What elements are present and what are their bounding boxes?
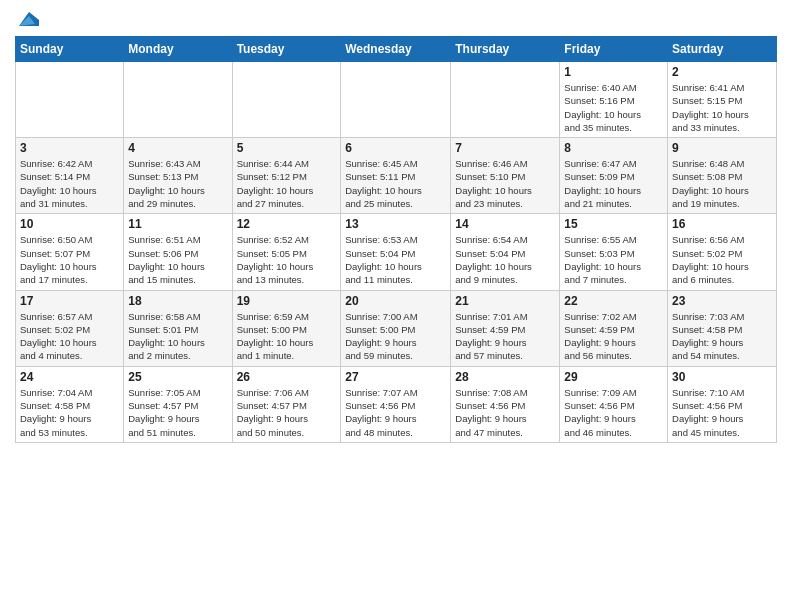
calendar-cell: 17Sunrise: 6:57 AM Sunset: 5:02 PM Dayli… (16, 290, 124, 366)
day-number: 25 (128, 370, 227, 384)
calendar-cell: 22Sunrise: 7:02 AM Sunset: 4:59 PM Dayli… (560, 290, 668, 366)
day-number: 6 (345, 141, 446, 155)
day-info: Sunrise: 6:50 AM Sunset: 5:07 PM Dayligh… (20, 233, 119, 286)
day-info: Sunrise: 6:41 AM Sunset: 5:15 PM Dayligh… (672, 81, 772, 134)
calendar-cell: 9Sunrise: 6:48 AM Sunset: 5:08 PM Daylig… (668, 138, 777, 214)
calendar-cell: 7Sunrise: 6:46 AM Sunset: 5:10 PM Daylig… (451, 138, 560, 214)
calendar-cell: 26Sunrise: 7:06 AM Sunset: 4:57 PM Dayli… (232, 366, 341, 442)
calendar-cell: 5Sunrise: 6:44 AM Sunset: 5:12 PM Daylig… (232, 138, 341, 214)
day-number: 26 (237, 370, 337, 384)
day-number: 9 (672, 141, 772, 155)
calendar-cell: 19Sunrise: 6:59 AM Sunset: 5:00 PM Dayli… (232, 290, 341, 366)
day-number: 14 (455, 217, 555, 231)
calendar-cell: 18Sunrise: 6:58 AM Sunset: 5:01 PM Dayli… (124, 290, 232, 366)
calendar-cell: 15Sunrise: 6:55 AM Sunset: 5:03 PM Dayli… (560, 214, 668, 290)
calendar-header-row: SundayMondayTuesdayWednesdayThursdayFrid… (16, 37, 777, 62)
day-number: 3 (20, 141, 119, 155)
day-number: 12 (237, 217, 337, 231)
day-number: 23 (672, 294, 772, 308)
day-number: 20 (345, 294, 446, 308)
day-info: Sunrise: 6:51 AM Sunset: 5:06 PM Dayligh… (128, 233, 227, 286)
day-number: 11 (128, 217, 227, 231)
day-info: Sunrise: 6:46 AM Sunset: 5:10 PM Dayligh… (455, 157, 555, 210)
day-info: Sunrise: 7:00 AM Sunset: 5:00 PM Dayligh… (345, 310, 446, 363)
calendar-cell: 14Sunrise: 6:54 AM Sunset: 5:04 PM Dayli… (451, 214, 560, 290)
day-number: 30 (672, 370, 772, 384)
day-info: Sunrise: 6:45 AM Sunset: 5:11 PM Dayligh… (345, 157, 446, 210)
day-info: Sunrise: 7:03 AM Sunset: 4:58 PM Dayligh… (672, 310, 772, 363)
day-info: Sunrise: 6:53 AM Sunset: 5:04 PM Dayligh… (345, 233, 446, 286)
day-info: Sunrise: 6:47 AM Sunset: 5:09 PM Dayligh… (564, 157, 663, 210)
day-info: Sunrise: 7:01 AM Sunset: 4:59 PM Dayligh… (455, 310, 555, 363)
day-number: 8 (564, 141, 663, 155)
day-info: Sunrise: 7:02 AM Sunset: 4:59 PM Dayligh… (564, 310, 663, 363)
day-info: Sunrise: 6:43 AM Sunset: 5:13 PM Dayligh… (128, 157, 227, 210)
day-number: 27 (345, 370, 446, 384)
day-number: 29 (564, 370, 663, 384)
day-info: Sunrise: 6:58 AM Sunset: 5:01 PM Dayligh… (128, 310, 227, 363)
calendar-cell: 25Sunrise: 7:05 AM Sunset: 4:57 PM Dayli… (124, 366, 232, 442)
day-info: Sunrise: 6:40 AM Sunset: 5:16 PM Dayligh… (564, 81, 663, 134)
day-number: 22 (564, 294, 663, 308)
calendar-cell: 30Sunrise: 7:10 AM Sunset: 4:56 PM Dayli… (668, 366, 777, 442)
day-info: Sunrise: 6:52 AM Sunset: 5:05 PM Dayligh… (237, 233, 337, 286)
day-number: 10 (20, 217, 119, 231)
calendar-cell: 23Sunrise: 7:03 AM Sunset: 4:58 PM Dayli… (668, 290, 777, 366)
calendar-cell: 2Sunrise: 6:41 AM Sunset: 5:15 PM Daylig… (668, 62, 777, 138)
calendar-cell: 27Sunrise: 7:07 AM Sunset: 4:56 PM Dayli… (341, 366, 451, 442)
calendar-cell: 24Sunrise: 7:04 AM Sunset: 4:58 PM Dayli… (16, 366, 124, 442)
calendar-cell (124, 62, 232, 138)
calendar-cell: 4Sunrise: 6:43 AM Sunset: 5:13 PM Daylig… (124, 138, 232, 214)
day-number: 15 (564, 217, 663, 231)
day-number: 28 (455, 370, 555, 384)
weekday-header-friday: Friday (560, 37, 668, 62)
calendar-cell (451, 62, 560, 138)
weekday-header-wednesday: Wednesday (341, 37, 451, 62)
calendar-cell: 28Sunrise: 7:08 AM Sunset: 4:56 PM Dayli… (451, 366, 560, 442)
day-info: Sunrise: 6:54 AM Sunset: 5:04 PM Dayligh… (455, 233, 555, 286)
day-info: Sunrise: 7:10 AM Sunset: 4:56 PM Dayligh… (672, 386, 772, 439)
calendar-cell: 29Sunrise: 7:09 AM Sunset: 4:56 PM Dayli… (560, 366, 668, 442)
day-info: Sunrise: 6:56 AM Sunset: 5:02 PM Dayligh… (672, 233, 772, 286)
calendar-cell (232, 62, 341, 138)
day-number: 18 (128, 294, 227, 308)
day-info: Sunrise: 7:04 AM Sunset: 4:58 PM Dayligh… (20, 386, 119, 439)
day-number: 4 (128, 141, 227, 155)
calendar-cell: 12Sunrise: 6:52 AM Sunset: 5:05 PM Dayli… (232, 214, 341, 290)
calendar-cell: 21Sunrise: 7:01 AM Sunset: 4:59 PM Dayli… (451, 290, 560, 366)
calendar-cell (16, 62, 124, 138)
calendar-cell: 3Sunrise: 6:42 AM Sunset: 5:14 PM Daylig… (16, 138, 124, 214)
weekday-header-monday: Monday (124, 37, 232, 62)
day-info: Sunrise: 7:06 AM Sunset: 4:57 PM Dayligh… (237, 386, 337, 439)
day-number: 7 (455, 141, 555, 155)
calendar-cell: 11Sunrise: 6:51 AM Sunset: 5:06 PM Dayli… (124, 214, 232, 290)
weekday-header-thursday: Thursday (451, 37, 560, 62)
day-number: 17 (20, 294, 119, 308)
day-info: Sunrise: 6:55 AM Sunset: 5:03 PM Dayligh… (564, 233, 663, 286)
calendar-cell (341, 62, 451, 138)
day-info: Sunrise: 6:42 AM Sunset: 5:14 PM Dayligh… (20, 157, 119, 210)
day-info: Sunrise: 7:05 AM Sunset: 4:57 PM Dayligh… (128, 386, 227, 439)
calendar-week-row: 24Sunrise: 7:04 AM Sunset: 4:58 PM Dayli… (16, 366, 777, 442)
calendar-cell: 10Sunrise: 6:50 AM Sunset: 5:07 PM Dayli… (16, 214, 124, 290)
day-info: Sunrise: 6:59 AM Sunset: 5:00 PM Dayligh… (237, 310, 337, 363)
weekday-header-tuesday: Tuesday (232, 37, 341, 62)
day-info: Sunrise: 6:57 AM Sunset: 5:02 PM Dayligh… (20, 310, 119, 363)
day-number: 16 (672, 217, 772, 231)
calendar-cell: 8Sunrise: 6:47 AM Sunset: 5:09 PM Daylig… (560, 138, 668, 214)
day-number: 13 (345, 217, 446, 231)
calendar-week-row: 10Sunrise: 6:50 AM Sunset: 5:07 PM Dayli… (16, 214, 777, 290)
calendar-cell: 1Sunrise: 6:40 AM Sunset: 5:16 PM Daylig… (560, 62, 668, 138)
calendar-cell: 16Sunrise: 6:56 AM Sunset: 5:02 PM Dayli… (668, 214, 777, 290)
logo (15, 10, 39, 28)
day-number: 5 (237, 141, 337, 155)
day-number: 19 (237, 294, 337, 308)
day-info: Sunrise: 6:44 AM Sunset: 5:12 PM Dayligh… (237, 157, 337, 210)
day-info: Sunrise: 7:08 AM Sunset: 4:56 PM Dayligh… (455, 386, 555, 439)
page: SundayMondayTuesdayWednesdayThursdayFrid… (0, 0, 792, 458)
day-number: 24 (20, 370, 119, 384)
logo-icon (17, 10, 39, 28)
day-number: 1 (564, 65, 663, 79)
weekday-header-sunday: Sunday (16, 37, 124, 62)
day-info: Sunrise: 7:09 AM Sunset: 4:56 PM Dayligh… (564, 386, 663, 439)
